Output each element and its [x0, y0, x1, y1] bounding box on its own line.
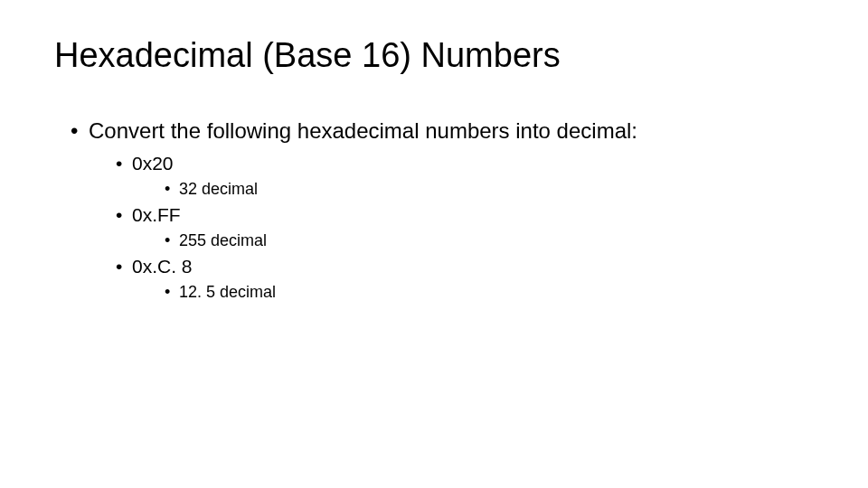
dec-item: 12. 5 decimal [165, 283, 814, 302]
dec-item: 32 decimal [165, 180, 814, 199]
hex-item: 0x.FF [116, 204, 814, 226]
intro-bullet: Convert the following hexadecimal number… [71, 118, 814, 144]
hex-item: 0x20 [116, 153, 814, 174]
hex-item: 0x.C. 8 [116, 256, 814, 277]
dec-item: 255 decimal [165, 231, 814, 250]
slide-title: Hexadecimal (Base 16) Numbers [54, 36, 814, 75]
